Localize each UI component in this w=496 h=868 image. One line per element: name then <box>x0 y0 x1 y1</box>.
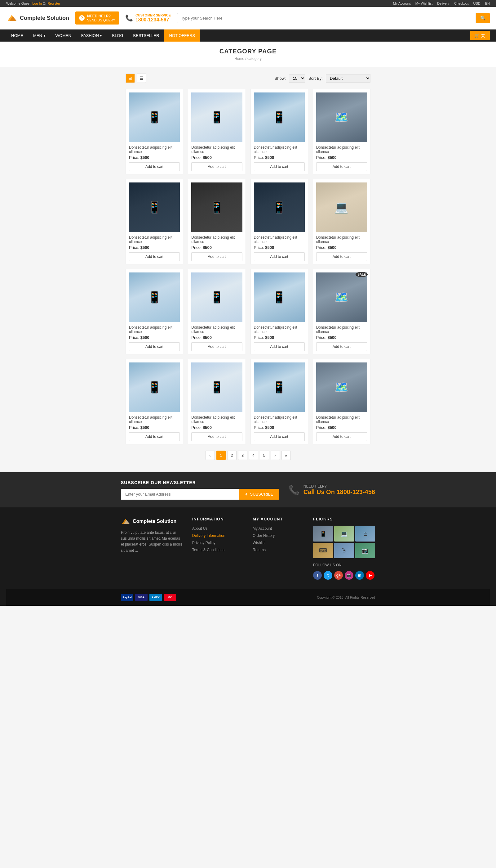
show-select[interactable]: 15203050 <box>289 74 305 83</box>
search-input[interactable] <box>177 13 476 23</box>
newsletter-subscribe-button[interactable]: ✈ SUBSCRIBE <box>239 489 279 500</box>
add-to-cart-button[interactable]: Add to cart <box>191 252 242 261</box>
nav-home[interactable]: HOME <box>6 29 28 42</box>
product-image[interactable]: 📱 <box>254 92 305 142</box>
add-to-cart-button[interactable]: Add to cart <box>316 342 367 351</box>
add-to-cart-button[interactable]: Add to cart <box>191 162 242 171</box>
product-image[interactable]: 📱 <box>129 92 180 142</box>
flickr-img-2[interactable]: 💻 <box>334 526 354 541</box>
page-3-button[interactable]: 3 <box>238 451 247 460</box>
product-image[interactable]: 🗺️ <box>316 92 367 142</box>
facebook-icon[interactable]: f <box>313 571 322 580</box>
subscribe-label: SUBSCRIBE <box>250 492 274 496</box>
order-history-link[interactable]: Order History <box>253 534 275 538</box>
delivery-link[interactable]: Delivery <box>437 2 450 5</box>
add-to-cart-button[interactable]: Add to cart <box>254 342 305 351</box>
product-image[interactable]: 📱 <box>191 182 242 232</box>
product-image[interactable]: 📱 <box>191 92 242 142</box>
wishlist-footer-link[interactable]: Wishlist <box>253 541 265 545</box>
flickr-img-4[interactable]: ⌨ <box>313 543 333 558</box>
nav-men[interactable]: MEN ▾ <box>28 29 50 42</box>
grid-view-button[interactable]: ⊞ <box>126 74 135 83</box>
twitter-icon[interactable]: t <box>324 571 332 580</box>
breadcrumb-home[interactable]: Home <box>234 57 244 61</box>
add-to-cart-button[interactable]: Add to cart <box>191 342 242 351</box>
sort-select[interactable]: DefaultPrice: Low to HighPrice: High to … <box>326 74 370 83</box>
flickr-img-1[interactable]: 📱 <box>313 526 333 541</box>
add-to-cart-button[interactable]: Add to cart <box>316 432 367 441</box>
flickr-img-6[interactable]: 📷 <box>355 543 375 558</box>
product-image[interactable]: 🗺️ <box>316 272 367 322</box>
welcome-text: Welcome Guest! <box>6 2 31 5</box>
product-title: Donsectetur adipiscing elit ullamco <box>254 415 305 424</box>
last-page-button[interactable]: » <box>281 451 291 460</box>
add-to-cart-button[interactable]: Add to cart <box>129 162 180 171</box>
product-price: Price: $500 <box>254 335 305 340</box>
product-title: Donsectetur adipiscing elit ullamco <box>129 415 180 424</box>
page-1-button[interactable]: 1 <box>216 451 226 460</box>
add-to-cart-button[interactable]: Add to cart <box>129 342 180 351</box>
checkout-link[interactable]: Checkout <box>454 2 468 5</box>
search-button[interactable]: 🔍 <box>476 13 490 23</box>
flickr-img-3[interactable]: 🖥 <box>355 526 375 541</box>
add-to-cart-button[interactable]: Add to cart <box>254 162 305 171</box>
linkedin-icon[interactable]: in <box>355 571 364 580</box>
page-2-button[interactable]: 2 <box>227 451 236 460</box>
product-title: Donsectetur adipiscing elit ullamco <box>316 145 367 154</box>
page-5-button[interactable]: 5 <box>260 451 269 460</box>
add-to-cart-button[interactable]: Add to cart <box>316 252 367 261</box>
flickr-img-5[interactable]: 🖱 <box>334 543 354 558</box>
product-title: Donsectetur adipiscing elit ullamco <box>254 325 305 334</box>
add-to-cart-button[interactable]: Add to cart <box>254 432 305 441</box>
product-image[interactable]: 📱 <box>254 272 305 322</box>
privacy-policy-link[interactable]: Privacy Policy <box>192 541 215 545</box>
returns-link[interactable]: Returns <box>253 548 266 552</box>
nav-blog[interactable]: BLOG <box>107 29 128 42</box>
google-plus-icon[interactable]: g+ <box>334 571 343 580</box>
product-image[interactable]: 📱 <box>254 182 305 232</box>
youtube-icon[interactable]: ▶ <box>366 571 374 580</box>
newsletter-title: SUBSCRIBE OUR NEWSLETTER <box>121 480 279 485</box>
product-image[interactable]: 📱 <box>129 182 180 232</box>
page-4-button[interactable]: 4 <box>249 451 258 460</box>
nav-bestseller[interactable]: BESTSELLER <box>128 29 164 42</box>
product-image[interactable]: 📱 <box>254 362 305 412</box>
add-to-cart-button[interactable]: Add to cart <box>129 432 180 441</box>
add-to-cart-button[interactable]: Add to cart <box>191 432 242 441</box>
newsletter-email-input[interactable] <box>121 489 239 500</box>
main-nav: HOME MEN ▾ WOMEN FASHION ▾ BLOG BESTSELL… <box>0 29 496 42</box>
nav-hot-offers[interactable]: HOT OFFERS <box>164 29 200 42</box>
product-image[interactable]: 💻 <box>316 182 367 232</box>
product-price: Price: $500 <box>254 155 305 160</box>
product-image[interactable]: 📱 <box>129 272 180 322</box>
next-page-button[interactable]: › <box>270 451 280 460</box>
prev-page-button[interactable]: ‹ <box>205 451 215 460</box>
add-to-cart-button[interactable]: Add to cart <box>316 162 367 171</box>
login-link[interactable]: Log In <box>32 2 42 5</box>
my-account-footer-link[interactable]: My Account <box>253 526 272 531</box>
wishlist-link[interactable]: My Wishlist <box>415 2 433 5</box>
product-image[interactable]: 📱 <box>129 362 180 412</box>
lang-selector[interactable]: EN <box>485 2 490 5</box>
about-us-link[interactable]: About Us <box>192 526 207 531</box>
nav-fashion[interactable]: FASHION ▾ <box>76 29 107 42</box>
delivery-info-link[interactable]: Delivery Information <box>192 534 226 538</box>
product-image-bg: 💻 <box>316 182 367 232</box>
visa-icon: VISA <box>135 594 148 601</box>
register-link[interactable]: Register <box>47 2 60 5</box>
product-image[interactable]: 📱 <box>191 272 242 322</box>
product-image[interactable]: 🗺️ <box>316 362 367 412</box>
product-price: Price: $500 <box>191 245 242 250</box>
product-price: Price: $500 <box>316 335 367 340</box>
nav-women[interactable]: WOMEN <box>50 29 76 42</box>
terms-link[interactable]: Terms & Conditions <box>192 548 224 552</box>
list-view-button[interactable]: ☰ <box>137 74 146 83</box>
product-image[interactable]: 📱 <box>191 362 242 412</box>
currency-selector[interactable]: USD <box>473 2 480 5</box>
instagram-icon[interactable]: 📷 <box>345 571 353 580</box>
cart-button[interactable]: 🛒 (0) <box>470 31 490 40</box>
logo[interactable]: Complete Solution <box>6 12 69 24</box>
my-account-link[interactable]: My Account <box>393 2 411 5</box>
add-to-cart-button[interactable]: Add to cart <box>254 252 305 261</box>
add-to-cart-button[interactable]: Add to cart <box>129 252 180 261</box>
